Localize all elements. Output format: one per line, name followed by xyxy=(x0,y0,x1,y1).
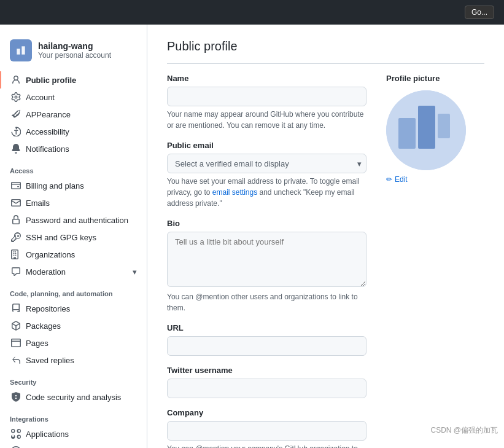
chevron-down-icon: ▾ xyxy=(133,267,137,277)
email-settings-link[interactable]: email settings xyxy=(212,188,257,197)
avatar xyxy=(10,39,32,61)
twitter-input[interactable] xyxy=(167,379,366,398)
url-input[interactable] xyxy=(167,336,366,356)
email-field-group: Public email Select a verified email to … xyxy=(167,141,366,209)
paintbrush-icon xyxy=(11,109,21,119)
sidebar-item-ssh[interactable]: SSH and GPG keys xyxy=(0,229,147,246)
sidebar-item-label: SSH and GPG keys xyxy=(26,233,96,242)
sidebar-item-repositories[interactable]: Repositories xyxy=(0,300,147,317)
svg-rect-1 xyxy=(17,49,20,54)
svg-rect-4 xyxy=(398,118,416,149)
sidebar-item-label: Packages xyxy=(26,321,61,331)
company-helper: You can @mention your company's GitHub o… xyxy=(167,443,366,448)
package-icon xyxy=(11,321,21,331)
apps-icon xyxy=(11,429,21,439)
sidebar-item-saved-replies[interactable]: Saved replies xyxy=(0,352,147,369)
pencil-icon: ✏ xyxy=(386,175,392,184)
sidebar-item-label: Account xyxy=(26,93,55,102)
sidebar-item-emails[interactable]: Emails xyxy=(0,194,147,211)
main-content: Public profile Name Your name may appear… xyxy=(147,25,504,448)
gear-icon xyxy=(11,92,21,102)
sidebar-item-scheduled-reminders[interactable]: Scheduled reminders xyxy=(0,442,147,448)
key-icon xyxy=(11,232,21,242)
shield-icon xyxy=(11,392,21,402)
user-subtitle: Your personal account xyxy=(38,51,111,60)
sidebar-item-label: Repositories xyxy=(26,304,70,313)
email-select[interactable]: Select a verified email to display xyxy=(167,154,366,173)
mail-icon xyxy=(11,198,21,208)
section-label-integrations: Integrations xyxy=(0,406,147,425)
topbar-go-button[interactable]: Go... xyxy=(465,6,494,19)
page-title: Public profile xyxy=(167,39,484,64)
creditcard-icon xyxy=(11,181,21,191)
browser-icon xyxy=(11,338,21,348)
svg-rect-5 xyxy=(418,106,435,149)
comment-icon xyxy=(11,267,21,277)
svg-rect-0 xyxy=(14,43,28,58)
watermark: CSDN @偏强的加瓦 xyxy=(430,425,498,436)
bell-icon xyxy=(11,144,21,154)
sidebar-item-packages[interactable]: Packages xyxy=(0,317,147,334)
sidebar-item-public-profile[interactable]: Public profile xyxy=(0,71,147,88)
sidebar-item-label: Emails xyxy=(26,198,50,208)
top-bar: Go... xyxy=(0,0,504,25)
reply-icon xyxy=(11,355,21,365)
url-field-group: URL xyxy=(167,323,366,356)
bio-label: Bio xyxy=(167,219,366,228)
sidebar-item-label: Notifications xyxy=(26,144,69,154)
sidebar-item-label: Moderation xyxy=(26,267,66,277)
sidebar-item-label: Public profile xyxy=(26,76,76,85)
sidebar-item-label: Organizations xyxy=(26,250,75,259)
sidebar-item-label: Billing and plans xyxy=(26,181,84,191)
sidebar-item-password[interactable]: Password and authentication xyxy=(0,211,147,229)
company-input[interactable] xyxy=(167,421,366,441)
name-input[interactable] xyxy=(167,87,366,106)
name-field-group: Name Your name may appear around GitHub … xyxy=(167,74,366,131)
sidebar-item-organizations[interactable]: Organizations xyxy=(0,246,147,263)
bio-field-group: Bio You can @mention other users and org… xyxy=(167,219,366,313)
sidebar-item-moderation[interactable]: Moderation ▾ xyxy=(0,263,147,280)
profile-picture-label: Profile picture xyxy=(386,74,484,83)
sidebar-item-label: APPearance xyxy=(26,110,71,119)
sidebar-item-label: Code security and analysis xyxy=(26,393,121,402)
twitter-field-group: Twitter username xyxy=(167,366,366,398)
edit-profile-picture-link[interactable]: ✏ Edit xyxy=(386,175,484,184)
section-label-access: Access xyxy=(0,157,147,177)
edit-label: Edit xyxy=(395,175,408,184)
username: hailang-wang xyxy=(38,41,111,51)
repo-icon xyxy=(11,304,21,313)
sidebar-item-notifications[interactable]: Notifications xyxy=(0,140,147,157)
sidebar-item-pages[interactable]: Pages xyxy=(0,334,147,352)
email-label: Public email xyxy=(167,141,366,150)
accessibility-icon xyxy=(11,127,21,136)
sidebar-item-label: Saved replies xyxy=(26,356,74,365)
sidebar-item-code-security[interactable]: Code security and analysis xyxy=(0,388,147,406)
sidebar-item-applications[interactable]: Applications xyxy=(0,425,147,442)
profile-picture-circle xyxy=(386,90,466,170)
email-helper: You have set your email address to priva… xyxy=(167,176,366,209)
url-label: URL xyxy=(167,323,366,332)
sidebar-item-billing[interactable]: Billing and plans xyxy=(0,177,147,194)
user-info: hailang-wang Your personal account xyxy=(0,34,147,71)
svg-rect-6 xyxy=(438,114,450,138)
sidebar: hailang-wang Your personal account Publi… xyxy=(0,25,147,448)
sidebar-item-label: Pages xyxy=(26,339,48,348)
name-helper: Your name may appear around GitHub where… xyxy=(167,109,366,131)
bio-helper: You can @mention other users and organiz… xyxy=(167,291,366,313)
bio-textarea[interactable] xyxy=(167,232,366,287)
sidebar-item-label: Password and authentication xyxy=(26,216,128,225)
section-label-security: Security xyxy=(0,369,147,388)
sidebar-item-appearance[interactable]: APPearance xyxy=(0,106,147,123)
twitter-label: Twitter username xyxy=(167,366,366,375)
sidebar-item-accessibility[interactable]: Accessibility xyxy=(0,123,147,140)
sidebar-item-account[interactable]: Account xyxy=(0,88,147,106)
profile-picture-section: Profile picture ✏ Edit xyxy=(386,74,484,448)
section-label-code: Code, planning, and automation xyxy=(0,280,147,300)
lock-icon xyxy=(11,215,21,225)
building-icon xyxy=(11,250,21,259)
sidebar-item-label: Applications xyxy=(26,430,69,439)
name-label: Name xyxy=(167,74,366,83)
company-label: Company xyxy=(167,408,366,417)
company-field-group: Company You can @mention your company's … xyxy=(167,408,366,448)
sidebar-item-label: Accessibility xyxy=(26,127,69,136)
